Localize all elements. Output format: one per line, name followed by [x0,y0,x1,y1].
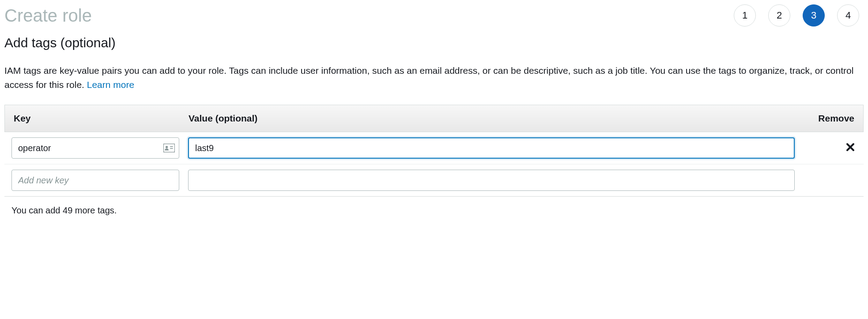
svg-rect-0 [163,144,175,152]
remove-tag-button[interactable] [846,142,855,154]
header-key: Key [12,113,189,124]
contact-card-icon [163,144,175,152]
tags-remaining-note: You can add 49 more tags. [4,197,864,224]
learn-more-link[interactable]: Learn more [87,80,134,90]
svg-point-1 [166,146,168,148]
tag-key-input[interactable] [11,137,179,159]
step-3[interactable]: 3 [803,4,825,27]
close-icon [846,143,855,152]
section-description: IAM tags are key-value pairs you can add… [4,64,864,91]
tag-row [4,164,864,197]
table-header-row: Key Value (optional) Remove [4,105,864,132]
tag-value-input[interactable] [188,137,795,159]
step-2[interactable]: 2 [768,4,790,27]
section-title: Add tags (optional) [4,35,864,50]
header-remove: Remove [803,113,856,124]
wizard-stepper: 1 2 3 4 [734,4,864,27]
tags-table: Key Value (optional) Remove [4,105,864,197]
tag-value-input-new[interactable] [188,170,795,191]
tag-row [4,132,864,164]
step-1[interactable]: 1 [734,4,756,27]
page-title: Create role [4,6,92,26]
header-value: Value (optional) [189,113,803,124]
step-4[interactable]: 4 [837,4,859,27]
tag-key-input-new[interactable] [11,170,179,191]
